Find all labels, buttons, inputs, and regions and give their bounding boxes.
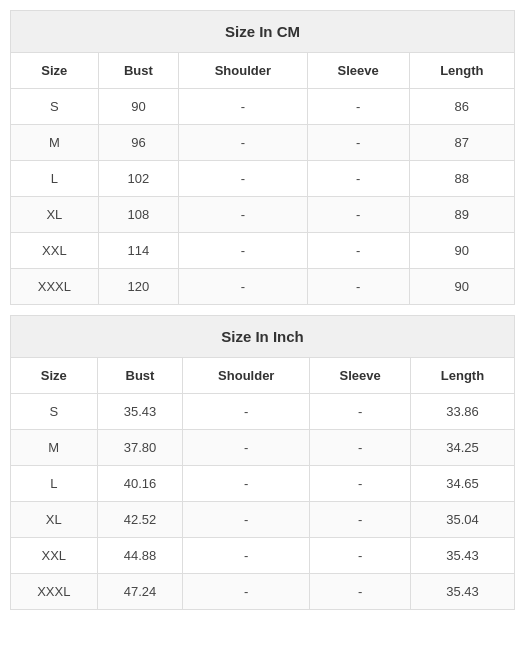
inch-cell-size: XXXL — [11, 574, 97, 610]
cm-cell-shoulder: - — [179, 233, 308, 269]
cm-header-row: Size Bust Shoulder Sleeve Length — [11, 53, 514, 89]
cm-cell-sleeve: - — [307, 161, 409, 197]
cm-cell-sleeve: - — [307, 89, 409, 125]
inch-cell-shoulder: - — [183, 502, 310, 538]
cm-section-title: Size In CM — [11, 11, 514, 53]
inch-cell-bust: 35.43 — [97, 394, 183, 430]
inch-cell-length: 33.86 — [410, 394, 514, 430]
cm-header-sleeve: Sleeve — [307, 53, 409, 89]
cm-header-bust: Bust — [98, 53, 178, 89]
inch-cell-shoulder: - — [183, 394, 310, 430]
cm-cell-shoulder: - — [179, 125, 308, 161]
cm-cell-size: M — [11, 125, 98, 161]
cm-cell-length: 86 — [409, 89, 514, 125]
cm-cell-size: XXL — [11, 233, 98, 269]
inch-cell-length: 34.65 — [410, 466, 514, 502]
cm-cell-shoulder: - — [179, 89, 308, 125]
table-row: L102--88 — [11, 161, 514, 197]
page-wrapper: Size In CM Size Bust Shoulder Sleeve Len… — [0, 0, 525, 630]
inch-cell-length: 35.43 — [410, 574, 514, 610]
cm-header-shoulder: Shoulder — [179, 53, 308, 89]
inch-header-length: Length — [410, 358, 514, 394]
inch-header-size: Size — [11, 358, 97, 394]
inch-section: Size In Inch Size Bust Shoulder Sleeve L… — [10, 315, 515, 610]
inch-header-shoulder: Shoulder — [183, 358, 310, 394]
inch-cell-bust: 40.16 — [97, 466, 183, 502]
table-row: XL42.52--35.04 — [11, 502, 514, 538]
cm-cell-size: XXXL — [11, 269, 98, 305]
inch-cell-sleeve: - — [310, 538, 411, 574]
cm-cell-bust: 90 — [98, 89, 178, 125]
cm-cell-sleeve: - — [307, 197, 409, 233]
inch-header-bust: Bust — [97, 358, 183, 394]
inch-cell-bust: 42.52 — [97, 502, 183, 538]
inch-cell-shoulder: - — [183, 466, 310, 502]
table-row: XXXL120--90 — [11, 269, 514, 305]
inch-header-sleeve: Sleeve — [310, 358, 411, 394]
inch-cell-size: L — [11, 466, 97, 502]
cm-cell-bust: 120 — [98, 269, 178, 305]
inch-header-row: Size Bust Shoulder Sleeve Length — [11, 358, 514, 394]
cm-cell-bust: 108 — [98, 197, 178, 233]
inch-cell-size: S — [11, 394, 97, 430]
table-row: L40.16--34.65 — [11, 466, 514, 502]
cm-cell-sleeve: - — [307, 233, 409, 269]
inch-cell-size: XXL — [11, 538, 97, 574]
inch-cell-bust: 37.80 — [97, 430, 183, 466]
inch-cell-sleeve: - — [310, 502, 411, 538]
inch-cell-size: M — [11, 430, 97, 466]
cm-cell-bust: 96 — [98, 125, 178, 161]
table-row: S35.43--33.86 — [11, 394, 514, 430]
cm-cell-shoulder: - — [179, 269, 308, 305]
cm-cell-length: 89 — [409, 197, 514, 233]
cm-table: Size Bust Shoulder Sleeve Length S90--86… — [11, 53, 514, 304]
cm-cell-shoulder: - — [179, 197, 308, 233]
cm-cell-size: L — [11, 161, 98, 197]
inch-cell-bust: 44.88 — [97, 538, 183, 574]
cm-section: Size In CM Size Bust Shoulder Sleeve Len… — [10, 10, 515, 305]
inch-cell-sleeve: - — [310, 394, 411, 430]
cm-cell-bust: 114 — [98, 233, 178, 269]
table-row: XXL44.88--35.43 — [11, 538, 514, 574]
cm-cell-length: 88 — [409, 161, 514, 197]
table-row: M96--87 — [11, 125, 514, 161]
table-row: XL108--89 — [11, 197, 514, 233]
inch-cell-size: XL — [11, 502, 97, 538]
cm-cell-size: S — [11, 89, 98, 125]
inch-cell-sleeve: - — [310, 466, 411, 502]
table-row: M37.80--34.25 — [11, 430, 514, 466]
inch-cell-sleeve: - — [310, 430, 411, 466]
inch-cell-shoulder: - — [183, 538, 310, 574]
cm-header-size: Size — [11, 53, 98, 89]
cm-header-length: Length — [409, 53, 514, 89]
inch-cell-length: 35.04 — [410, 502, 514, 538]
inch-cell-shoulder: - — [183, 574, 310, 610]
table-row: S90--86 — [11, 89, 514, 125]
inch-table: Size Bust Shoulder Sleeve Length S35.43-… — [11, 358, 514, 609]
table-row: XXL114--90 — [11, 233, 514, 269]
cm-cell-size: XL — [11, 197, 98, 233]
inch-cell-shoulder: - — [183, 430, 310, 466]
cm-cell-shoulder: - — [179, 161, 308, 197]
inch-section-title: Size In Inch — [11, 316, 514, 358]
cm-cell-length: 90 — [409, 269, 514, 305]
cm-cell-length: 87 — [409, 125, 514, 161]
cm-cell-sleeve: - — [307, 125, 409, 161]
inch-cell-bust: 47.24 — [97, 574, 183, 610]
table-row: XXXL47.24--35.43 — [11, 574, 514, 610]
inch-cell-length: 35.43 — [410, 538, 514, 574]
inch-cell-sleeve: - — [310, 574, 411, 610]
cm-cell-bust: 102 — [98, 161, 178, 197]
cm-cell-sleeve: - — [307, 269, 409, 305]
inch-cell-length: 34.25 — [410, 430, 514, 466]
cm-cell-length: 90 — [409, 233, 514, 269]
